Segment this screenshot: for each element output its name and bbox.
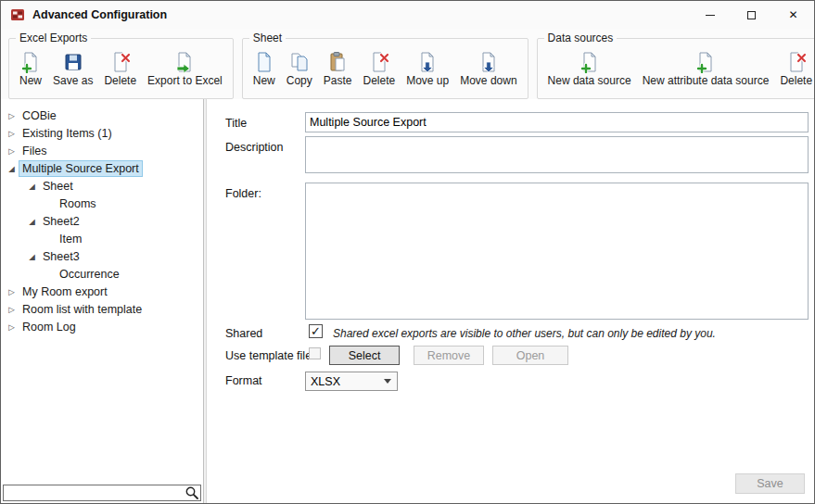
group-label: Sheet	[249, 32, 286, 44]
new-attribute-data-source-button[interactable]: New attribute data source	[637, 48, 775, 90]
title-input[interactable]	[305, 112, 809, 132]
save-floppy-icon	[62, 51, 84, 73]
toolbar-group-data-sources: Data sources New data source New attribu…	[537, 38, 815, 99]
format-value: XLSX	[311, 375, 340, 388]
chevron-collapsed-icon[interactable]	[5, 129, 19, 138]
use-template-file-checkbox[interactable]	[309, 347, 321, 359]
minimize-icon	[706, 15, 715, 16]
sheet-paste-button[interactable]: Paste	[318, 48, 358, 90]
document-delete-icon	[109, 51, 132, 73]
tree-item-item[interactable]: Item	[42, 230, 85, 247]
maximize-icon	[747, 11, 756, 19]
close-icon: ✕	[788, 9, 797, 20]
search-icon[interactable]	[185, 485, 199, 500]
new-data-source-button[interactable]: New data source	[542, 48, 637, 90]
chevron-collapsed-icon[interactable]	[5, 305, 19, 314]
tree-search-box	[3, 485, 201, 501]
chevron-expanded-icon[interactable]	[25, 182, 39, 191]
tree-item-multiple-source-export[interactable]: Multiple Source Export	[5, 159, 143, 177]
sheet-copy-button[interactable]: Copy	[281, 48, 318, 90]
export-details-form: Title Description Folder: Shared ✓ Share…	[207, 99, 814, 503]
titlebar: Advanced Configuration ✕	[1, 1, 814, 29]
select-template-button[interactable]: Select	[329, 346, 400, 365]
document-delete-icon	[785, 51, 808, 73]
shared-label: Shared	[225, 327, 262, 340]
chevron-collapsed-icon[interactable]	[5, 111, 19, 120]
tree-item-existing-items[interactable]: Existing Items (1)	[5, 124, 116, 142]
document-plus-icon	[579, 51, 601, 73]
save-button[interactable]: Save	[735, 473, 805, 494]
tree-item-occurrence[interactable]: Occurrence	[42, 265, 123, 283]
checkmark-icon: ✓	[311, 324, 321, 338]
document-arrow-up-icon	[416, 51, 439, 73]
shared-note: Shared excel exports are visible to othe…	[333, 327, 716, 340]
sheet-delete-button[interactable]: Delete	[357, 48, 401, 90]
format-dropdown[interactable]: XLSX	[305, 372, 398, 391]
main-area: COBie Existing Items (1) Files Multiple …	[1, 99, 814, 503]
tree-item-room-log[interactable]: Room Log	[5, 318, 80, 335]
document-new-icon	[253, 51, 275, 73]
tree-item-sheet2[interactable]: Sheet2	[25, 212, 83, 230]
excel-export-new-button[interactable]: New	[14, 48, 47, 90]
toolbar-group-excel-exports: Excel Exports New Save as Delete Export …	[8, 38, 234, 99]
window-title: Advanced Configuration	[32, 8, 167, 21]
tree-item-rooms[interactable]: Rooms	[42, 195, 100, 212]
minimize-button[interactable]	[689, 1, 731, 29]
document-plus-icon	[19, 51, 42, 73]
chevron-expanded-icon[interactable]	[5, 164, 19, 173]
tree-item-files[interactable]: Files	[5, 142, 50, 159]
sheet-move-down-button[interactable]: Move down	[454, 48, 522, 90]
chevron-collapsed-icon[interactable]	[5, 322, 19, 332]
chevron-expanded-icon[interactable]	[25, 217, 39, 226]
export-to-excel-button[interactable]: Export to Excel	[142, 48, 228, 90]
format-label: Format	[225, 374, 262, 387]
tree-item-cobie[interactable]: COBie	[5, 107, 60, 124]
group-label: Excel Exports	[16, 32, 91, 44]
use-template-file-label: Use template file	[225, 349, 312, 362]
chevron-collapsed-icon[interactable]	[5, 146, 19, 156]
folder-input[interactable]	[305, 183, 809, 320]
title-label: Title	[225, 117, 247, 130]
toolbar: Excel Exports New Save as Delete Export …	[1, 29, 814, 99]
shared-checkbox[interactable]: ✓	[309, 324, 323, 338]
maximize-button[interactable]	[731, 1, 772, 29]
tree-item-sheet3[interactable]: Sheet3	[25, 247, 83, 265]
tree-item-sheet[interactable]: Sheet	[25, 177, 77, 195]
folder-label: Folder:	[225, 187, 261, 200]
advanced-configuration-window: Advanced Configuration ✕ Excel Exports N…	[0, 0, 815, 504]
copy-icon	[288, 51, 311, 73]
data-source-delete-button[interactable]: Delete	[774, 48, 815, 90]
toolbar-group-sheet: Sheet New Copy Paste Delete Move up	[242, 38, 528, 99]
sheet-new-button[interactable]: New	[248, 48, 281, 90]
description-input[interactable]	[305, 136, 809, 173]
chevron-down-icon	[384, 379, 391, 384]
sheet-move-up-button[interactable]: Move up	[401, 48, 454, 90]
group-label: Data sources	[544, 32, 618, 44]
chevron-expanded-icon[interactable]	[25, 252, 39, 261]
close-button[interactable]: ✕	[772, 1, 814, 29]
document-delete-icon	[368, 51, 390, 73]
tree-item-my-room-export[interactable]: My Room export	[5, 283, 111, 300]
chevron-collapsed-icon[interactable]	[5, 287, 19, 296]
remove-template-button[interactable]: Remove	[414, 346, 484, 365]
excel-export-delete-button[interactable]: Delete	[98, 48, 142, 90]
caption-buttons: ✕	[689, 1, 814, 29]
export-tree-pane: COBie Existing Items (1) Files Multiple …	[1, 99, 204, 503]
excel-export-save-as-button[interactable]: Save as	[47, 48, 98, 90]
paste-icon	[326, 51, 349, 73]
document-export-icon	[173, 51, 196, 73]
open-template-button[interactable]: Open	[492, 346, 568, 365]
tree-item-room-list-with-template[interactable]: Room list with template	[5, 300, 146, 318]
document-arrow-down-icon	[478, 51, 500, 73]
document-plus-icon	[694, 51, 717, 73]
description-label: Description	[225, 141, 284, 154]
search-input[interactable]	[4, 486, 185, 499]
app-icon	[10, 7, 25, 22]
